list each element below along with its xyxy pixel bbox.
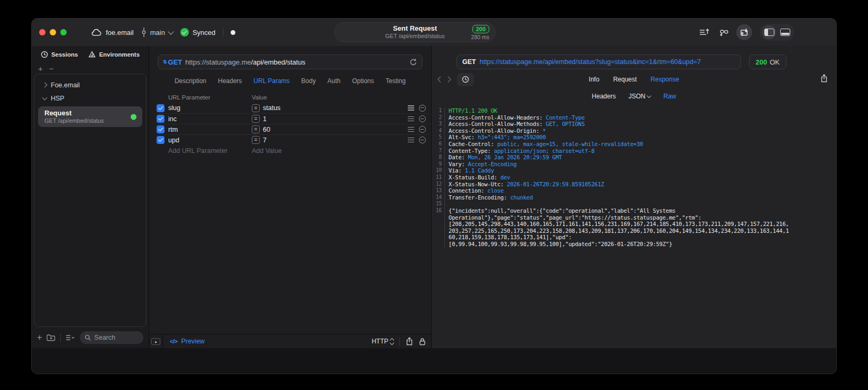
synced-check-icon — [180, 28, 189, 37]
toggle-left-panel-button[interactable] — [762, 25, 776, 39]
link-sync-button[interactable] — [716, 24, 732, 40]
request-tab-testing[interactable]: Testing — [386, 77, 406, 85]
toggle-bottom-panel-button[interactable] — [778, 25, 792, 39]
reorder-handle-icon[interactable] — [408, 129, 414, 130]
close-window-button[interactable] — [39, 29, 45, 35]
request-tab-auth[interactable]: Auth — [327, 77, 341, 85]
workspace-switcher[interactable]: foe.email — [91, 29, 134, 37]
response-line: 10Via: 1.1 Caddy — [432, 167, 836, 174]
line-text: Vary: Accept-Encoding — [444, 161, 517, 168]
remove-param-icon[interactable] — [419, 105, 426, 112]
collapse-panel-button[interactable]: ▲ — [151, 338, 160, 345]
line-text: Operational"},"page":"status","page_url"… — [444, 214, 701, 221]
commit-icon — [141, 28, 147, 37]
param-row-inc[interactable]: inc=1 — [157, 113, 431, 124]
request-status-pill[interactable]: Sent Request GET /api/embed/status 200 2… — [334, 22, 496, 42]
clock-icon — [41, 51, 48, 58]
sidebar-add-remove: + − — [32, 63, 149, 74]
line-number: 6 — [432, 141, 444, 148]
request-tab-description[interactable]: Description — [175, 77, 206, 85]
param-enabled-checkbox[interactable] — [157, 125, 165, 133]
param-name[interactable]: inc — [168, 115, 252, 123]
environments-icon — [88, 51, 96, 58]
import-export-button[interactable] — [736, 24, 752, 40]
import-export-icon — [739, 28, 749, 37]
response-status-box: 200 OK — [749, 55, 787, 69]
param-row-rtm[interactable]: rtm=60 — [157, 124, 431, 134]
share-request-button[interactable] — [406, 337, 413, 346]
export-response-button[interactable] — [820, 74, 828, 85]
tree-item-foe-email[interactable]: Foe.email — [34, 78, 146, 92]
tab-sessions[interactable]: Sessions — [41, 51, 78, 58]
request-tab-body[interactable]: Body — [301, 77, 316, 85]
preview-button[interactable]: </> Preview — [170, 338, 205, 345]
chevron-right-icon — [42, 83, 48, 88]
tab-environments[interactable]: Environments — [88, 51, 140, 58]
param-name[interactable]: rtm — [168, 126, 252, 133]
sync-status[interactable]: Synced — [180, 28, 215, 37]
param-enabled-checkbox[interactable] — [157, 104, 165, 112]
add-value-placeholder[interactable]: Add Value — [252, 147, 282, 155]
url-host: https://statuspage.me — [185, 58, 251, 66]
param-name[interactable]: slug — [168, 104, 252, 112]
branch-switcher[interactable]: main — [141, 28, 173, 37]
request-item-subtitle: GET /api/embed/status — [44, 117, 137, 124]
add-session-button[interactable]: + — [38, 64, 43, 73]
reorder-handle-icon[interactable] — [408, 119, 414, 119]
remove-param-icon[interactable] — [419, 137, 426, 143]
line-text: Access-Control-Allow-Origin: * — [444, 128, 546, 134]
sort-options-icon[interactable] — [66, 334, 75, 341]
response-subtab-json[interactable]: JSON — [628, 93, 651, 100]
request-url-bar[interactable]: ⇅ GET https://statuspage.me/api/embed/st… — [158, 55, 423, 69]
response-tab-response[interactable]: Response — [651, 76, 679, 83]
response-line: 5Alt-Svc: h3=":443"; ma=2592000 — [432, 134, 836, 141]
param-row-upd[interactable]: upd=7 — [157, 134, 431, 145]
param-enabled-checkbox[interactable] — [157, 115, 165, 123]
column-value: Value — [252, 94, 267, 101]
zoom-window-button[interactable] — [60, 29, 67, 35]
new-request-button[interactable]: + — [37, 333, 42, 342]
request-tab-options[interactable]: Options — [352, 77, 374, 85]
column-url-parameter: URL Parameter — [168, 94, 252, 101]
add-param-row[interactable]: Add URL Parameter Add Value — [157, 145, 431, 157]
tree-item-hsp[interactable]: HSP — [34, 92, 146, 105]
minimize-window-button[interactable] — [50, 29, 56, 35]
response-tab-request[interactable]: Request — [613, 76, 637, 83]
response-subtab-raw[interactable]: Raw — [663, 93, 676, 100]
reorder-handle-icon[interactable] — [408, 140, 414, 140]
new-folder-icon[interactable] — [47, 334, 56, 341]
response-status-text: OK — [770, 58, 780, 66]
param-name[interactable]: upd — [168, 137, 252, 144]
param-value[interactable]: 60 — [263, 126, 408, 133]
request-list-item-selected[interactable]: Request GET /api/embed/status — [38, 106, 142, 127]
add-param-placeholder[interactable]: Add URL Parameter — [168, 147, 252, 155]
response-body[interactable]: 1HTTP/1.1 200 OK2Access-Control-Allow-He… — [432, 103, 836, 348]
remove-param-icon[interactable] — [419, 126, 426, 133]
line-number: 1 — [432, 107, 444, 114]
response-tab-info[interactable]: Info — [589, 76, 599, 83]
tree-item-label: Foe.email — [51, 81, 80, 89]
unsaved-indicator-dot — [231, 30, 235, 35]
sort-list-button[interactable] — [696, 24, 712, 40]
line-number: 11 — [432, 174, 444, 181]
refresh-icon[interactable] — [409, 58, 417, 66]
sidebar-search-field[interactable]: Search — [80, 331, 143, 344]
response-subtab-headers[interactable]: Headers — [592, 93, 616, 100]
param-row-slug[interactable]: slug=status — [157, 103, 431, 113]
remove-param-icon[interactable] — [419, 115, 426, 122]
request-tab-url-params[interactable]: URL Params — [253, 77, 289, 85]
request-tab-headers[interactable]: Headers — [218, 77, 242, 85]
line-text: Date: Mon, 26 Jan 2026 20:29:59 GMT — [444, 154, 562, 161]
reorder-handle-icon[interactable] — [408, 107, 414, 108]
line-number: 8 — [432, 154, 444, 161]
protocol-selector[interactable]: HTTP — [372, 338, 394, 345]
lock-button[interactable] — [419, 338, 426, 346]
param-value[interactable]: status — [263, 104, 408, 112]
sent-request-url-box[interactable]: GET https://statuspage.me/api/embed/stat… — [456, 55, 741, 69]
param-enabled-checkbox[interactable] — [157, 136, 165, 144]
url-params-editor: URL Parameter Value slug=statusinc=1rtm=… — [149, 92, 431, 157]
param-value[interactable]: 7 — [263, 137, 408, 144]
param-value[interactable]: 1 — [263, 115, 408, 123]
method-selector[interactable]: ⇅ GET — [163, 58, 182, 66]
remove-session-button[interactable]: − — [49, 64, 54, 73]
